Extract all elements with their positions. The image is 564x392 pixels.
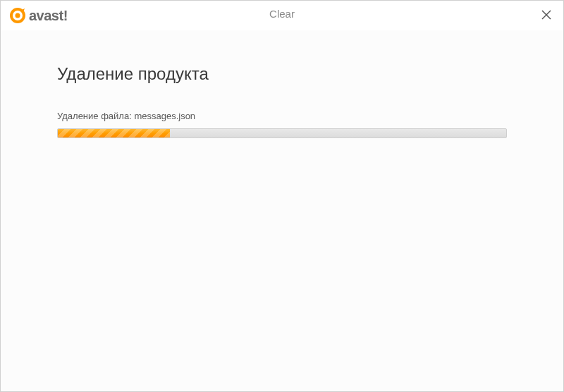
status-text: Удаление файла: messages.json — [57, 111, 507, 121]
close-icon — [541, 10, 551, 20]
title-bar: avast! Clear — [1, 1, 563, 30]
progress-bar — [57, 128, 507, 138]
close-button[interactable] — [539, 8, 553, 22]
page-title: Удаление продукта — [57, 64, 507, 84]
progress-fill — [58, 129, 170, 137]
avast-logo-icon — [9, 7, 26, 24]
svg-point-2 — [16, 13, 20, 18]
avast-logo-text: avast! — [29, 8, 68, 24]
window-title: Clear — [269, 8, 295, 20]
content-area: Удаление продукта Удаление файла: messag… — [1, 30, 563, 391]
avast-logo: avast! — [9, 7, 68, 24]
